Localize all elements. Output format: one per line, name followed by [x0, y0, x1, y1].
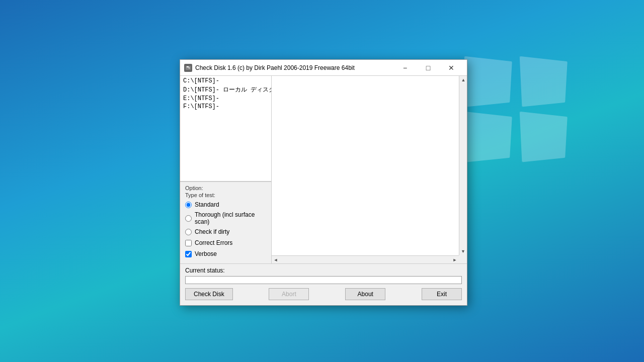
drive-list[interactable]: C:\[NTFS]-D:\[NTFS]- ローカル ディスクE:\[NTFS]-… [180, 76, 271, 182]
radio-checkdirty[interactable]: Check if dirty [185, 228, 266, 235]
check-disk-button[interactable]: Check Disk [185, 288, 233, 300]
desktop: Check Disk 1.6 (c) by Dirk Paehl 2006-20… [0, 0, 644, 362]
output-panel: ▲ ▼ ◄ ► [272, 76, 467, 263]
svg-point-2 [189, 67, 190, 68]
progress-bar-container [185, 276, 462, 284]
output-text-area[interactable] [272, 76, 467, 263]
checkbox-verbose[interactable]: Verbose [185, 250, 266, 257]
maximize-button[interactable]: □ [417, 60, 440, 76]
radio-standard[interactable]: Standard [185, 201, 266, 208]
bottom-area: Current status: Check Disk Abort About E… [180, 263, 467, 305]
radio-standard-label: Standard [195, 201, 219, 208]
exit-button[interactable]: Exit [422, 288, 462, 300]
app-icon [184, 64, 192, 72]
drive-list-item[interactable]: D:\[NTFS]- ローカル ディスク [181, 85, 270, 95]
drive-list-item[interactable]: E:\[NTFS]- [181, 95, 270, 103]
vertical-scrollbar[interactable]: ▲ ▼ [459, 76, 467, 255]
type-of-test-label: Type of test: [185, 192, 266, 198]
title-bar: Check Disk 1.6 (c) by Dirk Paehl 2006-20… [180, 60, 467, 76]
main-content: C:\[NTFS]-D:\[NTFS]- ローカル ディスクE:\[NTFS]-… [180, 76, 467, 263]
scroll-right-arrow[interactable]: ► [451, 256, 459, 264]
windows-logo-decoration [468, 60, 569, 161]
radio-checkdirty-label: Check if dirty [195, 228, 229, 235]
buttons-row: Check Disk Abort About Exit [185, 288, 462, 300]
scroll-left-arrow[interactable]: ◄ [272, 256, 280, 264]
about-button[interactable]: About [345, 288, 385, 300]
svg-rect-1 [187, 66, 189, 67]
option-group-label: Option: [185, 185, 266, 191]
left-panel: C:\[NTFS]-D:\[NTFS]- ローカル ディスクE:\[NTFS]-… [180, 76, 272, 263]
window-title: Check Disk 1.6 (c) by Dirk Paehl 2006-20… [195, 64, 393, 71]
radio-thorough[interactable]: Thorough (incl surface scan) [185, 211, 266, 225]
options-panel: Option: Type of test: Standard Thorough … [180, 182, 272, 263]
drive-list-item[interactable]: F:\[NTFS]- [181, 103, 270, 111]
radio-thorough-label: Thorough (incl surface scan) [195, 211, 266, 225]
abort-button[interactable]: Abort [269, 288, 309, 300]
close-button[interactable]: ✕ [440, 60, 463, 76]
correct-errors-label: Correct Errors [195, 239, 232, 246]
checkbox-correct-errors[interactable]: Correct Errors [185, 239, 266, 246]
main-dialog: Check Disk 1.6 (c) by Dirk Paehl 2006-20… [180, 59, 467, 306]
horizontal-scrollbar[interactable]: ◄ ► [272, 255, 459, 263]
title-bar-controls: − □ ✕ [393, 60, 463, 76]
status-label: Current status: [185, 267, 462, 274]
drive-list-item[interactable]: C:\[NTFS]- [181, 77, 270, 85]
scrollbar-corner [459, 255, 467, 263]
scroll-down-arrow[interactable]: ▼ [459, 247, 467, 255]
disk-icon [185, 65, 191, 71]
minimize-button[interactable]: − [393, 60, 417, 76]
verbose-label: Verbose [195, 250, 217, 257]
scroll-up-arrow[interactable]: ▲ [459, 76, 467, 84]
